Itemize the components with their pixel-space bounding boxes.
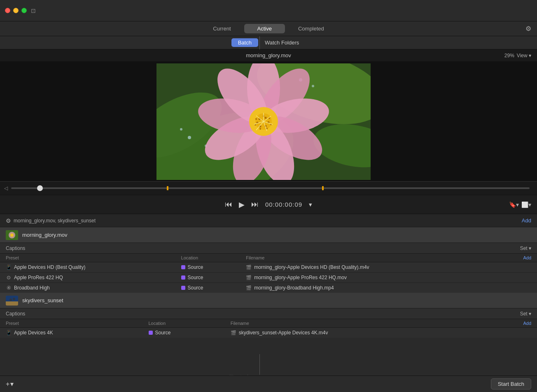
preset-name-3: Apple Devices 4K [14, 330, 53, 336]
preset-icon-3: 📱 [6, 330, 12, 336]
settings-icon-button[interactable]: ⚙ [525, 25, 531, 33]
job-1-thumbnail [6, 230, 18, 240]
job-1-set-button[interactable]: Set ▾ [520, 245, 531, 251]
file-icon-1: 🎬 [246, 275, 252, 280]
batch-gear-icon: ⚙ [6, 217, 11, 224]
file-icon-2: 🎬 [246, 285, 252, 291]
file-icon-3: 🎬 [231, 330, 236, 336]
flower-preview-image [156, 63, 371, 180]
tab-completed[interactable]: Completed [285, 24, 337, 33]
job-1-row[interactable]: morning_glory.mov [0, 227, 537, 243]
svg-point-34 [255, 118, 257, 120]
col-preset-1: Preset [0, 254, 175, 262]
table-row[interactable]: ④ Broadband High Source [0, 283, 537, 293]
minimize-button[interactable] [13, 8, 19, 13]
bookmark-area: 🔖▾ ⬜▾ [509, 201, 531, 208]
col-filename-2: Filename [225, 319, 490, 328]
preview-area [0, 62, 537, 181]
col-location-1: Location [175, 254, 240, 262]
preset-name-1: Apple ProRes 422 HQ [14, 275, 63, 280]
location-dot-2 [181, 286, 185, 290]
add-dropdown-icon: ▾ [10, 380, 14, 388]
svg-point-32 [259, 128, 261, 130]
job-2-captions-label: Captions [6, 311, 25, 317]
sub-tab-watch-folders[interactable]: Watch Folders [258, 38, 306, 47]
batch-header: ⚙ morning_glory.mov, skydivers_sunset Ad… [0, 214, 537, 227]
col-add-1[interactable]: Add [500, 254, 537, 262]
skip-to-end-button[interactable]: ⏭ [251, 200, 259, 209]
location-2: Source [188, 285, 203, 291]
maximize-button[interactable] [21, 8, 27, 13]
job-1-table: Preset Location Filename Add 📱 Apple Dev… [0, 254, 537, 293]
scrubber-area[interactable]: ◁ [0, 181, 537, 195]
filename-2: morning_glory-Broadband High.mp4 [254, 285, 334, 291]
batch-add-button[interactable]: Add [522, 217, 531, 224]
job-1-name: morning_glory.mov [22, 232, 68, 238]
col-add-2[interactable]: Add [489, 319, 537, 328]
filename-3: skydivers_sunset-Apple Devices 4K.m4v [239, 330, 328, 336]
view-button[interactable]: View ▾ [517, 53, 531, 58]
svg-rect-46 [6, 301, 18, 306]
table-row[interactable]: 📱 Apple Devices HD (Best Quality) Source [0, 262, 537, 273]
job-2-table: Preset Location Filename Add 📱 Apple Dev… [0, 319, 537, 338]
scrubber-start-icon: ◁ [4, 185, 8, 191]
job-2: skydivers_sunset Captions Set ▾ Preset L… [0, 293, 537, 338]
scrubber-marker-2 [322, 186, 324, 190]
table-row[interactable]: 📱 Apple Devices 4K Source [0, 328, 537, 338]
preview-filename: morning_glory.mov [246, 52, 291, 58]
job-2-row[interactable]: skydivers_sunset [0, 293, 537, 308]
preview-controls-right: 29% View ▾ [504, 53, 531, 58]
preset-icon-1: ⊙ [6, 275, 12, 280]
job-1-captions-header: Captions Set ▾ [0, 243, 537, 254]
zoom-level: 29% [504, 53, 514, 58]
share-button[interactable]: ⬜▾ [521, 201, 531, 208]
sub-tab-batch[interactable]: Batch [231, 38, 258, 47]
filename-1: morning_glory-Apple ProRes 422 HQ.mov [254, 275, 347, 280]
scrubber-track[interactable] [11, 187, 530, 189]
sub-tabs-row: Batch Watch Folders [0, 36, 537, 49]
location-dot-3 [149, 331, 153, 335]
batch-header-title: ⚙ morning_glory.mov, skydivers_sunset [6, 217, 96, 224]
svg-point-44 [10, 233, 14, 237]
tabs-row: Current Active Completed ⚙ [0, 21, 537, 36]
bookmark-button[interactable]: 🔖▾ [509, 201, 519, 208]
play-button[interactable]: ▶ [239, 200, 245, 209]
skip-to-start-button[interactable]: ⏮ [225, 200, 232, 209]
bottom-bar: + ▾ Start Batch [0, 376, 537, 392]
window-icon: ⊡ [31, 7, 36, 14]
svg-point-23 [265, 117, 267, 119]
preview-header: morning_glory.mov 29% View ▾ [0, 49, 537, 62]
titlebar: ⊡ [0, 0, 537, 21]
col-preset-2: Preset [0, 319, 143, 328]
preset-name-2: Broadband High [14, 285, 50, 291]
job-2-set-button[interactable]: Set ▾ [520, 311, 531, 317]
playback-controls: ⏮ ▶ ⏭ 00:00:00:09 ▾ 🔖▾ ⬜▾ [0, 195, 537, 214]
tab-current[interactable]: Current [200, 24, 244, 33]
file-icon-0: 🎬 [246, 265, 252, 270]
add-plus-button[interactable]: + ▾ [6, 380, 14, 388]
job-2-captions-header: Captions Set ▾ [0, 308, 537, 319]
location-dot-0 [181, 265, 185, 269]
tab-active[interactable]: Active [244, 24, 285, 33]
batch-files-label: morning_glory.mov, skydivers_sunset [14, 218, 96, 224]
start-batch-button[interactable]: Start Batch [491, 378, 531, 390]
preset-name-0: Apple Devices HD (Best Quality) [14, 264, 85, 270]
table-row[interactable]: ⊙ Apple ProRes 422 HQ Source [0, 273, 537, 283]
job-2-thumbnail [6, 296, 18, 306]
close-button[interactable] [5, 8, 10, 13]
scrubber-marker-1 [167, 186, 168, 190]
filename-0: morning_glory-Apple Devices HD (Best Qua… [254, 264, 369, 270]
job-2-name: skydivers_sunset [22, 297, 63, 303]
svg-point-48 [13, 298, 15, 300]
job-1-captions-label: Captions [6, 245, 25, 251]
timecode-dropdown[interactable]: ▾ [309, 201, 312, 208]
job-1: morning_glory.mov Captions Set ▾ Preset … [0, 227, 537, 293]
timecode-display: 00:00:00:09 [265, 201, 302, 208]
location-1: Source [188, 275, 203, 280]
col-filename-1: Filename [240, 254, 499, 262]
add-plus-icon: + [6, 380, 9, 388]
svg-point-9 [312, 85, 314, 87]
svg-point-7 [180, 128, 182, 131]
scrubber-thumb[interactable] [37, 185, 43, 191]
preset-icon-2: ④ [6, 285, 12, 291]
